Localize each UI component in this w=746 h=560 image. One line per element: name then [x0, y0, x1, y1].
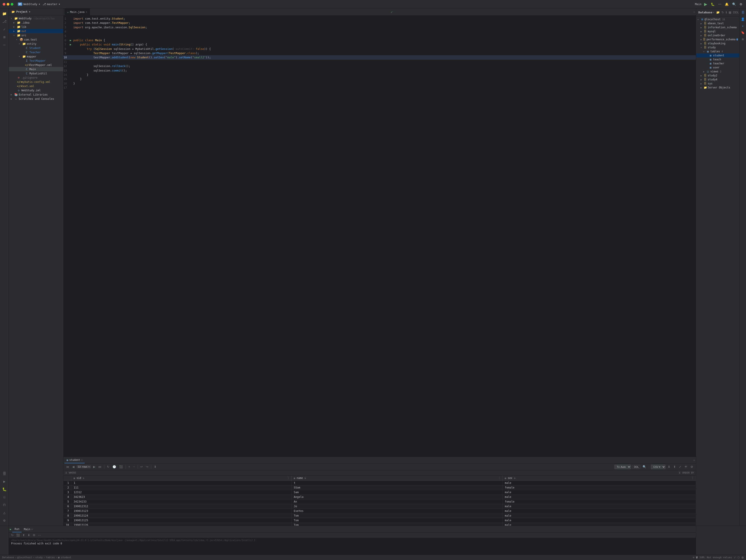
cell-sid[interactable]: 199012312 — [71, 504, 291, 509]
stop-button[interactable]: ⬛ — [118, 465, 124, 469]
tab-close-icon[interactable]: ✕ — [86, 11, 87, 13]
plugins-toolbar-icon[interactable]: ⊞ — [2, 34, 7, 40]
cell-name[interactable]: t — [291, 481, 503, 485]
cell-sid[interactable]: 3423623 — [71, 495, 291, 499]
cell-name[interactable]: Tom — [291, 513, 503, 518]
history-button[interactable]: 🕐 — [112, 465, 117, 469]
col-sid[interactable]: ▦ sid ⇅ | — [71, 476, 291, 481]
breakpoint-icon[interactable]: ▶ — [70, 38, 73, 42]
sidebar-item-comtest[interactable]: ▾ 📦 com.test — [9, 37, 63, 42]
minimize-button[interactable] — [7, 3, 9, 6]
cell-name[interactable]: EveYes — [291, 509, 503, 513]
tab-student[interactable]: ▦ student ✕ — [64, 457, 85, 463]
cell-name[interactable]: Tom — [291, 523, 503, 526]
cell-name[interactable]: Tom — [291, 518, 503, 523]
sidebar-item-out[interactable]: ▶ 📁 out — [9, 29, 63, 33]
search-button[interactable]: 🔍 — [642, 465, 647, 469]
db-info-button[interactable]: ℹ — [725, 10, 727, 14]
code-editor[interactable]: 1 import com.test.entity.Student; 2 impo… — [63, 16, 696, 456]
sidebar-item-teacher[interactable]: ▶ C Teacher — [9, 50, 63, 54]
col-resize[interactable]: | — [288, 476, 289, 479]
db-refresh-button[interactable]: ↻ — [721, 10, 724, 14]
sidebar-item-src[interactable]: ▾ 📁 src — [9, 33, 63, 37]
prev-page-button[interactable]: ◀ — [71, 465, 75, 469]
sidebar-item-textxml[interactable]: ▶ </> text.xml — [9, 84, 63, 88]
user-panel-icon[interactable]: 👤 — [741, 16, 745, 22]
sidebar-item-main[interactable]: ▶ C Main — [9, 67, 63, 71]
db-item-ebean-test[interactable]: ▶ 🗄 ebean_test — [696, 21, 739, 25]
more-toolbar-icon[interactable]: ⋯ — [2, 41, 7, 48]
sidebar-item-mybatis-config[interactable]: ▶ </> mybatis-config.xml — [9, 80, 63, 84]
tab-close-icon[interactable]: ✕ — [81, 459, 82, 461]
structure-panel-icon[interactable]: ⊞ — [742, 36, 744, 42]
submit-button[interactable]: ↪ — [145, 465, 149, 469]
revert-button[interactable]: ↩ — [140, 465, 144, 469]
view-button[interactable]: 👁 — [684, 465, 688, 469]
sidebar-item-scratches[interactable]: ▶ ✏ Scratches and Consoles — [9, 97, 63, 101]
col-sex[interactable]: ▦ sex ⇅ | — [503, 476, 696, 481]
db-item-staybooking[interactable]: ▶ 🗄 staybooking — [696, 41, 739, 46]
db-item-sys[interactable]: ▶ 🗄 sys — [696, 82, 739, 86]
sidebar-item-student[interactable]: ▶ C Student — [9, 46, 63, 50]
first-page-button[interactable]: ⏮ — [65, 465, 70, 469]
cell-sid[interactable]: 111 — [71, 485, 291, 490]
sidebar-item-mapper[interactable]: ▾ 📁 mapper — [9, 54, 63, 59]
db-add-button[interactable]: + — [712, 10, 715, 14]
refresh-button[interactable]: ↻ — [106, 465, 110, 469]
cell-sex[interactable]: male — [503, 495, 696, 499]
last-page-button[interactable]: ⏭ — [97, 465, 102, 469]
copy-button[interactable]: ⬇ — [153, 465, 157, 469]
sidebar-item-webstudy-iml[interactable]: ▶ ◇ WebStudy.iml — [9, 88, 63, 92]
db-item-tables[interactable]: ▾ ▦ tables 4 — [696, 50, 739, 54]
db-item-student[interactable]: ▶ ▦ student — [696, 54, 739, 57]
db-item-mysql[interactable]: ▶ 🗄 mysql — [696, 29, 739, 33]
settings-button[interactable]: ⚙ — [690, 465, 694, 469]
debug-button[interactable]: 🐛 — [710, 2, 715, 7]
db-item-onlineorder[interactable]: ▶ 🗄 onlineOrder — [696, 33, 739, 37]
titlebar-branch[interactable]: ⎇ master ▾ — [42, 2, 60, 6]
commit-toolbar-icon[interactable]: ✓ — [2, 26, 7, 33]
sidebar-item-mybatisutil[interactable]: ▶ C MybatisUtil — [9, 71, 63, 76]
db-item-performance-schema[interactable]: ▶ 🗄 performance_schema — [696, 37, 739, 41]
cell-sex[interactable]: female — [503, 485, 696, 490]
table-row[interactable]: 5 34234233 An female — [63, 499, 696, 504]
tab-close-icon[interactable]: ✕ — [31, 528, 33, 530]
cell-sid[interactable]: 199013126 — [71, 523, 291, 526]
search-button[interactable]: 🔍 — [731, 2, 737, 7]
cell-sid[interactable]: 1 — [71, 481, 291, 485]
db-item-information-schema[interactable]: ▶ 🗄 information_schema — [696, 25, 739, 29]
table-row[interactable]: 3 12312 Sam male — [63, 490, 696, 495]
table-row[interactable]: 7 199013123 EveYes male — [63, 509, 696, 513]
maximize-button[interactable] — [11, 3, 13, 6]
bookmark-panel-icon[interactable]: 🔖 — [741, 29, 745, 36]
db-item-user[interactable]: ▶ ▦ user — [696, 65, 739, 69]
cell-sex[interactable]: male — [503, 481, 696, 485]
table-row[interactable]: 6 199012312 Jo male — [63, 504, 696, 509]
todo-toolbar-icon[interactable]: ☑ — [2, 494, 7, 501]
tab-main-java[interactable]: ☕ Main.java ✕ — [64, 8, 90, 16]
csv-select[interactable]: CSV ▾ — [651, 465, 665, 469]
db-item-teach[interactable]: ▶ ▦ teach — [696, 57, 739, 61]
database-panel-icon[interactable]: 🗄 — [741, 9, 744, 16]
data-tab-more[interactable]: ⋯ — [693, 459, 695, 462]
add-row-button[interactable]: + — [127, 465, 131, 469]
run-button[interactable]: ▶ — [703, 1, 708, 7]
cell-sex[interactable]: female — [503, 499, 696, 504]
cell-sid[interactable]: 34234233 — [71, 499, 291, 504]
run-toolbar-icon[interactable]: ▶ — [2, 478, 7, 485]
stop-run-button[interactable]: ⬛ — [16, 533, 21, 537]
tab-main-config[interactable]: Main ✕ — [22, 526, 35, 532]
git-toolbar-icon[interactable]: ⎇ — [1, 18, 8, 25]
sidebar-item-entity[interactable]: ▾ 📁 entity — [9, 42, 63, 46]
sidebar-item-testmapper-xml[interactable]: ▶ </> TestMapper.xml — [9, 63, 63, 67]
table-row[interactable]: 4 3423623 Angela male — [63, 495, 696, 499]
db-item-teacher[interactable]: ▶ ▦ teacher — [696, 61, 739, 65]
cell-name[interactable]: Sam — [291, 490, 503, 495]
table-row[interactable]: 10 199013126 Tom male — [63, 523, 696, 526]
cell-sex[interactable]: male — [503, 509, 696, 513]
cell-sex[interactable]: male — [503, 523, 696, 526]
db-item-study[interactable]: ▾ 🗄 study — [696, 46, 739, 50]
cell-sid[interactable]: 199013125 — [71, 518, 291, 523]
db-item-views[interactable]: ▶ ◫ views 2 — [696, 69, 739, 73]
sidebar-item-testmapper[interactable]: ▶ I TestMapper — [9, 59, 63, 63]
